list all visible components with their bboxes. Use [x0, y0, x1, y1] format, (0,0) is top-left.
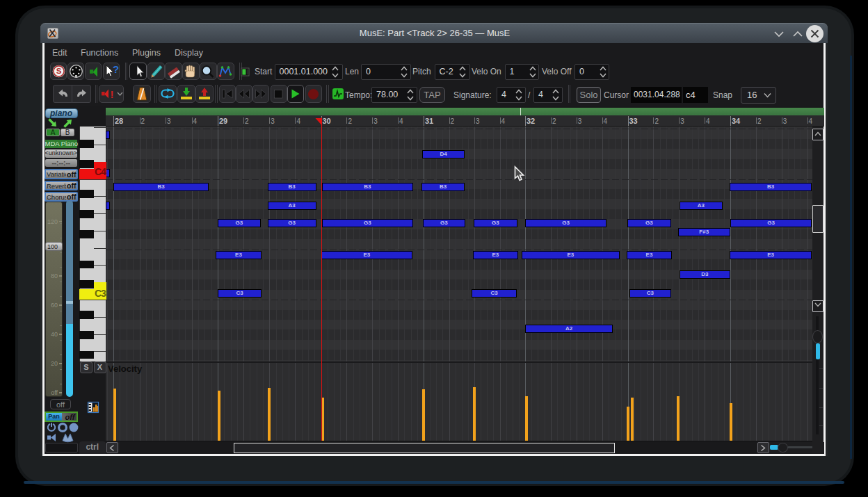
svg-text:!: ! — [111, 88, 114, 100]
svg-text:?: ? — [113, 63, 119, 75]
svg-text:S: S — [56, 67, 62, 75]
